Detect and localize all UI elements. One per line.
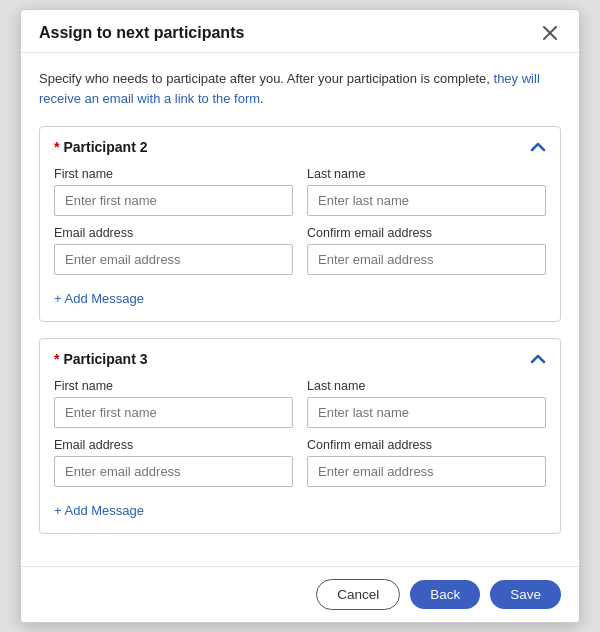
participant-2-last-name-group: Last name [307, 167, 546, 216]
participant-3-header: *Participant 3 [54, 351, 546, 367]
modal-header: Assign to next participants [21, 10, 579, 53]
participant-2-collapse-button[interactable] [530, 139, 546, 155]
close-button[interactable] [539, 24, 561, 42]
participant-3-last-name-label: Last name [307, 379, 546, 393]
participant-3-email-label: Email address [54, 438, 293, 452]
participant-3-email-row: Email address Confirm email address [54, 438, 546, 487]
participant-3-collapse-button[interactable] [530, 351, 546, 367]
participant-2-email-input[interactable] [54, 244, 293, 275]
description-text: Specify who needs to participate after y… [39, 69, 561, 108]
participant-2-email-row: Email address Confirm email address [54, 226, 546, 275]
participant-3-confirm-email-group: Confirm email address [307, 438, 546, 487]
participant-3-email-input[interactable] [54, 456, 293, 487]
participant-2-header: *Participant 2 [54, 139, 546, 155]
participant-2-section: *Participant 2 First name Last name [39, 126, 561, 322]
participant-3-title: *Participant 3 [54, 351, 147, 367]
required-star-2: * [54, 139, 59, 155]
back-button[interactable]: Back [410, 580, 480, 609]
participant-2-email-label: Email address [54, 226, 293, 240]
participant-3-last-name-group: Last name [307, 379, 546, 428]
participant-3-add-message-link[interactable]: + Add Message [54, 503, 144, 518]
participant-2-confirm-email-label: Confirm email address [307, 226, 546, 240]
participant-2-confirm-email-group: Confirm email address [307, 226, 546, 275]
modal-body: Specify who needs to participate after y… [21, 53, 579, 566]
participant-3-confirm-email-input[interactable] [307, 456, 546, 487]
participant-2-last-name-input[interactable] [307, 185, 546, 216]
participant-2-first-name-label: First name [54, 167, 293, 181]
close-icon [543, 26, 557, 40]
modal-title: Assign to next participants [39, 24, 244, 42]
participant-3-first-name-input[interactable] [54, 397, 293, 428]
chevron-up-icon-2 [530, 139, 546, 155]
participant-2-title: *Participant 2 [54, 139, 147, 155]
participant-2-confirm-email-input[interactable] [307, 244, 546, 275]
save-button[interactable]: Save [490, 580, 561, 609]
participant-3-first-name-group: First name [54, 379, 293, 428]
participant-3-confirm-email-label: Confirm email address [307, 438, 546, 452]
participant-3-name-row: First name Last name [54, 379, 546, 428]
participant-3-first-name-label: First name [54, 379, 293, 393]
chevron-up-icon-3 [530, 351, 546, 367]
cancel-button[interactable]: Cancel [316, 579, 400, 610]
participant-2-last-name-label: Last name [307, 167, 546, 181]
required-star-3: * [54, 351, 59, 367]
participant-2-name-row: First name Last name [54, 167, 546, 216]
participant-2-first-name-input[interactable] [54, 185, 293, 216]
participant-3-section: *Participant 3 First name Last name [39, 338, 561, 534]
participant-2-first-name-group: First name [54, 167, 293, 216]
participant-2-email-group: Email address [54, 226, 293, 275]
participant-3-last-name-input[interactable] [307, 397, 546, 428]
participant-3-email-group: Email address [54, 438, 293, 487]
description-part1: Specify who needs to participate after y… [39, 71, 494, 86]
participant-2-add-message-link[interactable]: + Add Message [54, 291, 144, 306]
description-part2: . [260, 91, 264, 106]
modal-footer: Cancel Back Save [21, 566, 579, 622]
assign-participants-modal: Assign to next participants Specify who … [20, 9, 580, 623]
